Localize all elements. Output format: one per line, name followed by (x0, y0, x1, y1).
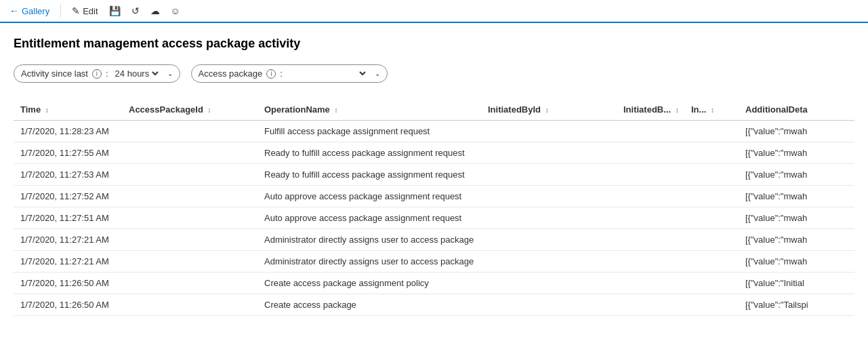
table-row[interactable]: 1/7/2020, 11:26:50 AMCreate access packa… (14, 273, 854, 294)
table-row[interactable]: 1/7/2020, 11:27:21 AMAdministrator direc… (14, 229, 854, 251)
table-row[interactable]: 1/7/2020, 11:26:50 AMCreate access packa… (14, 294, 854, 316)
cell-opname: Create access package assignment policy (257, 273, 481, 294)
cell-in (684, 164, 739, 186)
activity-filter-select[interactable]: 24 hours 1 hour 6 hours 12 hours 7 days … (112, 68, 161, 79)
cell-in (684, 186, 739, 207)
activity-info-icon: i (92, 69, 102, 79)
col-header-accesspackageid[interactable]: AccessPackageId ↕ (122, 99, 257, 121)
cell-addl: [{"value":"mwah (739, 186, 854, 207)
cell-in (684, 207, 739, 229)
refresh-button[interactable]: ↺ (131, 5, 140, 16)
cell-pkgid (122, 142, 257, 164)
cell-addl: [{"value":"Initial (739, 273, 854, 294)
table-row[interactable]: 1/7/2020, 11:27:53 AMReady to fulfill ac… (14, 164, 854, 186)
cell-initbyid (481, 186, 617, 207)
cell-pkgid (122, 229, 257, 251)
cell-in (684, 273, 739, 294)
cell-pkgid (122, 186, 257, 207)
cell-pkgid (122, 294, 257, 316)
cell-pkgid (122, 207, 257, 229)
table-row[interactable]: 1/7/2020, 11:27:52 AMAuto approve access… (14, 186, 854, 207)
cell-pkgid (122, 164, 257, 186)
cell-opname: Ready to fulfill access package assignme… (257, 142, 481, 164)
sort-icon-pkgid: ↕ (207, 106, 211, 114)
save-icon: 💾 (109, 5, 121, 16)
col-header-operationname[interactable]: OperationName ↕ (257, 99, 481, 121)
sort-icon-initby: ↕ (676, 106, 679, 114)
cell-in (684, 251, 739, 273)
package-filter-select[interactable] (287, 68, 368, 79)
cell-initbyid (481, 229, 617, 251)
cell-time: 1/7/2020, 11:27:51 AM (14, 207, 122, 229)
sort-icon-in: ↕ (711, 106, 714, 114)
cell-time: 1/7/2020, 11:26:50 AM (14, 294, 122, 316)
save-button[interactable]: 💾 (109, 5, 121, 16)
cell-initby (617, 229, 684, 251)
cell-initby (617, 251, 684, 273)
cell-time: 1/7/2020, 11:27:21 AM (14, 251, 122, 273)
cell-addl: [{"value":"mwah (739, 207, 854, 229)
package-dropdown-arrow-icon: ⌄ (375, 70, 380, 77)
cell-in (684, 229, 739, 251)
sort-icon-time: ↕ (45, 106, 49, 114)
cell-initbyid (481, 207, 617, 229)
cell-initby (617, 142, 684, 164)
table-header-row: Time ↕ AccessPackageId ↕ OperationName ↕… (14, 99, 854, 121)
cell-opname: Administrator directly assigns user to a… (257, 251, 481, 273)
back-button[interactable]: ← Gallery (9, 5, 49, 16)
cell-time: 1/7/2020, 11:26:50 AM (14, 273, 122, 294)
activity-filter-colon: : (106, 68, 108, 79)
package-info-icon: i (266, 69, 276, 79)
col-header-in[interactable]: In... ↕ (684, 99, 739, 121)
cell-initbyid (481, 251, 617, 273)
cell-initby (617, 273, 684, 294)
activity-filter-group: Activity since last i : 24 hours 1 hour … (14, 64, 180, 83)
cell-time: 1/7/2020, 11:27:53 AM (14, 164, 122, 186)
cell-initby (617, 294, 684, 316)
edit-button[interactable]: ✎ Edit (72, 5, 98, 16)
cloud-icon: ☁ (150, 5, 160, 16)
cell-initbyid (481, 164, 617, 186)
col-header-time[interactable]: Time ↕ (14, 99, 122, 121)
table-row[interactable]: 1/7/2020, 11:27:21 AMAdministrator direc… (14, 251, 854, 273)
emoji-icon: ☺ (171, 5, 180, 16)
col-header-initiatedby[interactable]: InitiatedB... ↕ (617, 99, 684, 121)
cell-initbyid (481, 273, 617, 294)
edit-label: Edit (83, 6, 98, 16)
cell-opname: Auto approve access package assignment r… (257, 186, 481, 207)
back-arrow-icon: ← (9, 5, 19, 16)
cell-opname: Auto approve access package assignment r… (257, 207, 481, 229)
emoji-button[interactable]: ☺ (171, 5, 180, 16)
col-header-additionaldetails[interactable]: AdditionalDeta (739, 99, 854, 121)
activity-dropdown-arrow-icon: ⌄ (167, 70, 173, 77)
cell-time: 1/7/2020, 11:27:52 AM (14, 186, 122, 207)
cell-in (684, 121, 739, 142)
page-content: Entitlement management access package ac… (0, 23, 868, 316)
cell-initby (617, 207, 684, 229)
cell-pkgid (122, 273, 257, 294)
cell-opname: Administrator directly assigns user to a… (257, 229, 481, 251)
cell-initbyid (481, 142, 617, 164)
cell-addl: [{"value":"mwah (739, 164, 854, 186)
cell-addl: [{"value":"mwah (739, 251, 854, 273)
cell-time: 1/7/2020, 11:27:21 AM (14, 229, 122, 251)
filters-row: Activity since last i : 24 hours 1 hour … (14, 64, 854, 83)
cloud-button[interactable]: ☁ (150, 5, 160, 16)
package-filter-colon: : (280, 68, 283, 79)
gallery-label: Gallery (22, 6, 49, 16)
toolbar: ← Gallery ✎ Edit 💾 ↺ ☁ ☺ (0, 0, 868, 23)
package-filter-group: Access package i : ⌄ (191, 64, 388, 83)
col-header-initiatedbyid[interactable]: InitiatedById ↕ (481, 99, 617, 121)
cell-in (684, 294, 739, 316)
table-row[interactable]: 1/7/2020, 11:27:51 AMAuto approve access… (14, 207, 854, 229)
cell-opname: Create access package (257, 294, 481, 316)
table-row[interactable]: 1/7/2020, 11:27:55 AMReady to fulfill ac… (14, 142, 854, 164)
cell-initbyid (481, 121, 617, 142)
cell-time: 1/7/2020, 11:27:55 AM (14, 142, 122, 164)
cell-addl: [{"value":"mwah (739, 121, 854, 142)
toolbar-separator (60, 4, 61, 18)
activity-filter-label: Activity since last (21, 68, 88, 79)
table-row[interactable]: 1/7/2020, 11:28:23 AMFulfill access pack… (14, 121, 854, 142)
cell-pkgid (122, 121, 257, 142)
sort-icon-initbyid: ↕ (545, 106, 549, 114)
